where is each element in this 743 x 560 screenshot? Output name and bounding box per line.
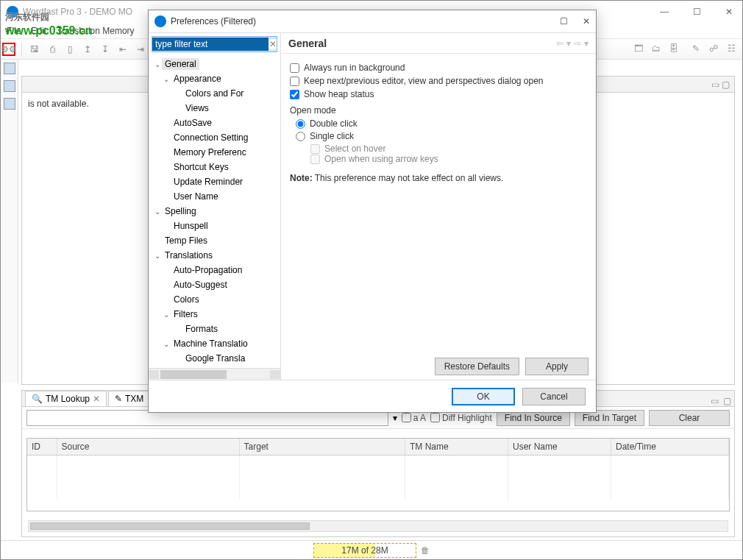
- perspective-icon[interactable]: ☍: [707, 42, 720, 55]
- editor-minmax[interactable]: ▭ ▢: [711, 79, 730, 90]
- filter-input[interactable]: [152, 38, 269, 51]
- preferences-dialog: Preferences (Filtered) ☐ ✕ ✕ ⌄General⌄Ap…: [148, 10, 597, 413]
- tree-item[interactable]: Google Transla: [150, 351, 280, 366]
- panel-max-icon[interactable]: ▢: [723, 396, 731, 406]
- toolbar-icon[interactable]: ⇤: [116, 43, 129, 56]
- col-id[interactable]: ID: [27, 439, 57, 456]
- perspective-icon[interactable]: ☷: [725, 42, 738, 55]
- tab-icon: ✎: [115, 394, 122, 404]
- perspective-icon[interactable]: 🗔: [632, 42, 645, 55]
- menu-file[interactable]: File: [7, 26, 21, 36]
- tree-item[interactable]: Colors: [150, 292, 280, 307]
- tree-item[interactable]: ⌄General: [150, 57, 280, 71]
- dropdown-icon[interactable]: ▾: [393, 413, 397, 423]
- note-text: Note: This preference may not take effec…: [290, 173, 587, 183]
- check-heap-status[interactable]: Show heap status: [290, 89, 587, 99]
- col-source[interactable]: Source: [57, 439, 239, 456]
- preferences-content: General ⇦▾ ⇨▾ Always run in background K…: [281, 33, 596, 380]
- tab-txm[interactable]: ✎ TXM: [108, 391, 150, 406]
- toolbar-icon[interactable]: ↥: [81, 43, 94, 56]
- tree-item[interactable]: Formats: [150, 322, 280, 336]
- tree-item[interactable]: Colors and For: [150, 86, 280, 101]
- tree-item[interactable]: Connection Setting: [150, 130, 280, 145]
- heap-status: 17M of 28M: [313, 543, 416, 558]
- apply-button[interactable]: Apply: [525, 358, 589, 375]
- open-mode-title: Open mode: [290, 105, 587, 116]
- back-menu-icon[interactable]: ▾: [566, 38, 571, 49]
- filter-clear-icon[interactable]: ✕: [269, 39, 277, 49]
- forward-menu-icon[interactable]: ▾: [584, 38, 589, 49]
- tree-item[interactable]: AutoSave: [150, 116, 280, 130]
- app-icon: [7, 6, 18, 18]
- main-close-button[interactable]: ✕: [722, 7, 736, 17]
- diff-toggle[interactable]: Diff Highlight: [430, 413, 492, 423]
- menu-tm[interactable]: Translation Memory: [57, 26, 135, 36]
- main-title: Wordfast Pro 3 - DEMO MO: [23, 7, 132, 17]
- toolbar-icon[interactable]: ⎙: [46, 43, 59, 56]
- check-open-arrow: Open when using arrow keys: [310, 154, 587, 164]
- main-minimize-button[interactable]: —: [657, 7, 672, 17]
- table-row: [27, 456, 729, 500]
- tree-item[interactable]: ⌄Appearance: [150, 71, 280, 86]
- panel-min-icon[interactable]: ▭: [711, 396, 719, 406]
- statusbar: 17M of 28M 🗑: [1, 540, 742, 559]
- tree-item[interactable]: Auto-Propagation: [150, 263, 280, 277]
- perspective-icon[interactable]: 🗄: [667, 42, 680, 55]
- tree-item[interactable]: ⌄Translations: [150, 248, 280, 263]
- col-target[interactable]: Target: [239, 439, 405, 456]
- clear-button[interactable]: Clear: [649, 410, 730, 426]
- col-tmname[interactable]: TM Name: [405, 439, 508, 456]
- tree-item[interactable]: Shortcut Keys: [150, 160, 280, 174]
- filter-field[interactable]: ✕: [152, 36, 277, 52]
- main-maximize-button[interactable]: ☐: [689, 7, 704, 17]
- tree-item[interactable]: Hunspell: [150, 219, 280, 233]
- side-icon[interactable]: [4, 63, 15, 74]
- tab-tm-lookup[interactable]: 🔍 TM Lookup ✕: [25, 391, 107, 406]
- side-icon[interactable]: [4, 98, 15, 110]
- radio-single-click[interactable]: Single click: [296, 131, 587, 141]
- tree-item[interactable]: ⌄Spelling: [150, 204, 280, 219]
- toolbar-icon[interactable]: 🖫: [28, 43, 41, 56]
- tree-item[interactable]: Views: [150, 101, 280, 116]
- forward-icon[interactable]: ⇨: [574, 38, 581, 49]
- tree-item[interactable]: Auto-Suggest: [150, 277, 280, 292]
- tree-item[interactable]: ⌄Filters: [150, 307, 280, 322]
- toolbar-icon[interactable]: ⇥: [134, 43, 147, 56]
- col-date[interactable]: Date/Time: [611, 439, 729, 456]
- restore-defaults-button[interactable]: Restore Defaults: [435, 358, 519, 375]
- dialog-title: Preferences (Filtered): [171, 16, 256, 26]
- left-sidebar: [1, 60, 18, 383]
- side-icon[interactable]: [4, 80, 15, 92]
- case-toggle[interactable]: a A: [402, 413, 426, 423]
- check-keep-dialog[interactable]: Keep next/previous editor, view and pers…: [290, 76, 587, 86]
- preferences-tree[interactable]: ⌄General⌄AppearanceColors and ForViewsAu…: [149, 55, 280, 368]
- horizontal-scrollbar[interactable]: [28, 520, 728, 532]
- check-select-hover: Select on hover: [310, 143, 587, 154]
- radio-double-click[interactable]: Double click: [296, 118, 587, 129]
- open-mode-group: Open mode Double click Single click Sele…: [290, 105, 587, 164]
- check-background[interactable]: Always run in background: [290, 63, 587, 73]
- cancel-button[interactable]: Cancel: [522, 388, 586, 405]
- dialog-close-button[interactable]: ✕: [583, 16, 590, 26]
- toolbar-icon[interactable]: ↧: [99, 43, 112, 56]
- perspective-icon[interactable]: 🗂: [650, 42, 663, 55]
- tree-item[interactable]: Temp Files: [150, 233, 280, 248]
- menu-edit[interactable]: Edit: [31, 26, 46, 36]
- dialog-titlebar: Preferences (Filtered) ☐ ✕: [149, 10, 596, 32]
- tab-close-icon[interactable]: ✕: [93, 394, 100, 404]
- dialog-maximize-button[interactable]: ☐: [560, 16, 568, 26]
- back-icon[interactable]: ⇦: [556, 38, 564, 49]
- content-buttons: Restore Defaults Apply: [281, 353, 596, 380]
- toolbar-icon[interactable]: ▯: [63, 43, 77, 56]
- ok-button[interactable]: OK: [452, 388, 515, 405]
- dialog-icon: [154, 15, 166, 27]
- tree-item[interactable]: User Name: [150, 189, 280, 204]
- tree-item[interactable]: Memory Preferenc: [150, 145, 280, 160]
- tree-hscroll[interactable]: [149, 368, 280, 380]
- gc-trash-icon[interactable]: 🗑: [421, 545, 430, 556]
- preferences-button[interactable]: ⚙︎⚙︎: [2, 43, 15, 56]
- tree-item[interactable]: ⌄Machine Translatio: [150, 336, 280, 351]
- perspective-icon[interactable]: ✎: [689, 42, 703, 55]
- tree-item[interactable]: Update Reminder: [150, 174, 280, 189]
- col-user[interactable]: User Name: [508, 439, 611, 456]
